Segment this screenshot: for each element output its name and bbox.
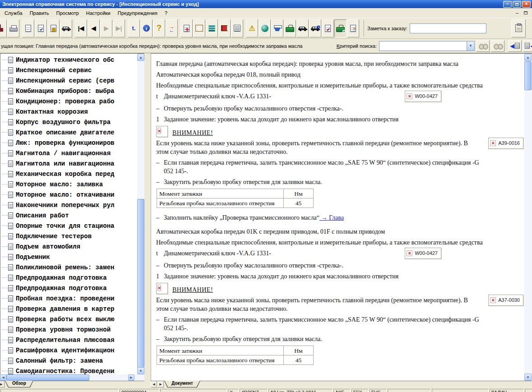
menu-item-править[interactable]: Править xyxy=(26,9,53,17)
menu-item-?[interactable]: ? xyxy=(161,9,171,17)
tab-document[interactable]: Документ xyxy=(164,381,200,387)
tree-item[interactable]: Инспекционный сервис (серв xyxy=(2,75,137,86)
chapter-link[interactable]: → Глава xyxy=(319,214,344,221)
scrollbar-thumb[interactable] xyxy=(137,199,144,368)
image-placeholder[interactable]: × xyxy=(156,126,168,137)
document-help-button[interactable]: ? xyxy=(347,19,359,37)
restore-button[interactable] xyxy=(513,1,521,8)
tree-item[interactable]: Механическая коробка перед xyxy=(2,169,137,179)
tab-scroll-right-button[interactable]: ▶ xyxy=(157,381,164,387)
tree-item[interactable]: Корпус воздушного фильтра xyxy=(2,117,137,127)
tree-item[interactable]: Моторное масло: откачивани xyxy=(2,189,137,200)
tree-item[interactable]: Проверка уровня тормозной xyxy=(2,324,137,335)
new-document-button[interactable] xyxy=(22,19,34,37)
tree-item[interactable]: Распределительная плюсовая xyxy=(2,335,137,345)
tree-item[interactable]: Магнитола или навигационна xyxy=(2,158,137,169)
menu-item-настройки[interactable]: Настройки xyxy=(83,9,114,17)
toolbox-button[interactable] xyxy=(284,19,296,37)
tree-item[interactable]: Описания работ xyxy=(2,210,137,221)
parts-catalog-button[interactable] xyxy=(193,19,205,37)
document-info-button[interactable]: i xyxy=(140,19,153,37)
tree-item[interactable]: Самодиагностика: Проведени xyxy=(2,366,137,374)
scroll-right-icon[interactable]: ▶ xyxy=(128,374,134,381)
tab-scroll-left-button[interactable]: ◀ xyxy=(151,381,157,387)
tree-item[interactable]: Опорные точки для стациона xyxy=(2,221,137,231)
paint-bucket-button[interactable] xyxy=(271,19,283,37)
standard-times-button[interactable] xyxy=(231,19,243,37)
tree-item[interactable]: Наконечники поперечных рул xyxy=(2,200,137,210)
tree-item[interactable]: Люк: проверка функциониров xyxy=(2,138,137,148)
tree-item[interactable]: Инспекционный сервис xyxy=(2,65,137,75)
order-note-input[interactable] xyxy=(410,23,486,33)
archive-document-button[interactable]: ▦ xyxy=(47,19,60,37)
vehicle-info-button[interactable]: i xyxy=(309,19,321,37)
pane-splitter[interactable] xyxy=(144,53,151,381)
tree-item[interactable]: Подъем автомобиля xyxy=(2,241,137,252)
edit-document-button[interactable]: ✔ xyxy=(35,19,47,37)
help-button[interactable]: ? xyxy=(153,19,165,37)
change-view-button[interactable]: →← xyxy=(166,19,178,37)
print-button[interactable] xyxy=(7,19,19,37)
scroll-down-icon[interactable]: ▼ xyxy=(137,367,144,374)
session-button[interactable]: ▙ xyxy=(0,19,7,37)
repair-manual-button[interactable] xyxy=(218,19,231,37)
tree-item[interactable]: Пробная поездка: проведени xyxy=(2,293,137,304)
mdi-restore-button[interactable] xyxy=(522,10,529,16)
vehicle-data-button[interactable] xyxy=(296,19,309,37)
hitlist-back-button[interactable]: ◀ xyxy=(508,40,522,52)
scrollbar-thumb[interactable] xyxy=(524,61,532,90)
scroll-up-icon[interactable]: ▲ xyxy=(524,54,532,61)
vehicle-select-button[interactable] xyxy=(60,19,72,37)
service-schedule-button[interactable]: ✔ xyxy=(322,19,334,37)
hitlist-forward-button[interactable]: ◀ xyxy=(523,40,532,52)
tree-item[interactable]: Подъемник xyxy=(2,252,137,262)
figure-reference-badge[interactable]: ×A39-0016 xyxy=(488,138,523,149)
image-placeholder[interactable]: × xyxy=(156,283,168,294)
document-vertical-scrollbar[interactable]: ▲ ▼ xyxy=(524,53,532,381)
search-criteria-combobox[interactable]: ▼ xyxy=(379,41,475,51)
close-button[interactable]: × xyxy=(522,1,531,8)
tree-item[interactable]: Магнитола / навигационная xyxy=(2,148,137,158)
scroll-down-icon[interactable]: ▼ xyxy=(524,374,532,381)
workshop-search-button[interactable] xyxy=(334,19,347,37)
previous-document-button[interactable]: ◀ xyxy=(88,19,100,37)
jump-back-button[interactable]: t. xyxy=(128,19,140,37)
tree-item[interactable]: Кондиционер: проверка рабо xyxy=(2,96,137,106)
search-again-button[interactable] xyxy=(491,40,504,52)
print-stack-button[interactable] xyxy=(206,19,218,37)
mdi-minimize-button[interactable]: – xyxy=(513,10,521,16)
chevron-down-icon[interactable]: ▼ xyxy=(467,42,474,51)
print-window-button[interactable]: ✚ xyxy=(180,19,193,37)
tab-scroll-right-button[interactable]: ▶ xyxy=(0,381,5,387)
tree-item[interactable]: Расшифровка идентификацион xyxy=(2,345,137,355)
next-document-button[interactable]: ▶ xyxy=(100,19,112,37)
scroll-up-icon[interactable]: ▲ xyxy=(137,54,144,61)
scroll-left-icon[interactable]: ◀ xyxy=(0,374,6,381)
figure-reference-badge[interactable]: ×W00-0427 xyxy=(405,248,441,259)
tree-item[interactable]: Контактная коррозия xyxy=(2,106,137,117)
last-document-button[interactable]: ▶| xyxy=(113,19,125,37)
order-note-clipboard-button[interactable] xyxy=(511,19,526,37)
minimize-button[interactable]: – xyxy=(503,1,512,8)
tree-item[interactable]: Салонный фильтр: замена xyxy=(2,355,137,366)
first-document-button[interactable]: |◀ xyxy=(75,19,87,37)
sidebar-vertical-scrollbar[interactable]: ▲ ▼ xyxy=(137,53,144,374)
tree-item[interactable]: Предпродажная подготовка xyxy=(2,283,137,293)
tree-item[interactable]: Краткое описание двигателе xyxy=(2,127,137,138)
menu-item-предупреждения[interactable]: Предупреждения xyxy=(114,9,161,17)
search-button[interactable] xyxy=(476,40,490,52)
tree-item[interactable]: Поликлиновой ремень: замен xyxy=(2,262,137,272)
tree-item[interactable]: Проверка давления в картер xyxy=(2,304,137,314)
tab-overview[interactable]: Обзор xyxy=(5,381,33,387)
tree-item[interactable]: Предпродажная подготовка xyxy=(2,272,137,283)
menu-item-просмотр[interactable]: Просмотр xyxy=(53,9,83,17)
tree-item[interactable]: Моторное масло: заливка xyxy=(2,179,137,189)
tree-item[interactable]: Комбинация приборов: выбра xyxy=(2,86,137,96)
figure-reference-badge[interactable]: ×W00-0427 xyxy=(405,91,441,102)
tree-item[interactable]: Индикатор технического обс xyxy=(2,55,137,65)
tree-item[interactable]: Проверка работы всех выклю xyxy=(2,314,137,324)
tree-item[interactable]: Подключение тестеров xyxy=(2,231,137,241)
warnings-button[interactable]: ⚠ xyxy=(246,19,258,37)
figure-reference-badge[interactable]: ×A37-0030 xyxy=(488,295,523,306)
market-sphere-button[interactable] xyxy=(259,19,271,37)
